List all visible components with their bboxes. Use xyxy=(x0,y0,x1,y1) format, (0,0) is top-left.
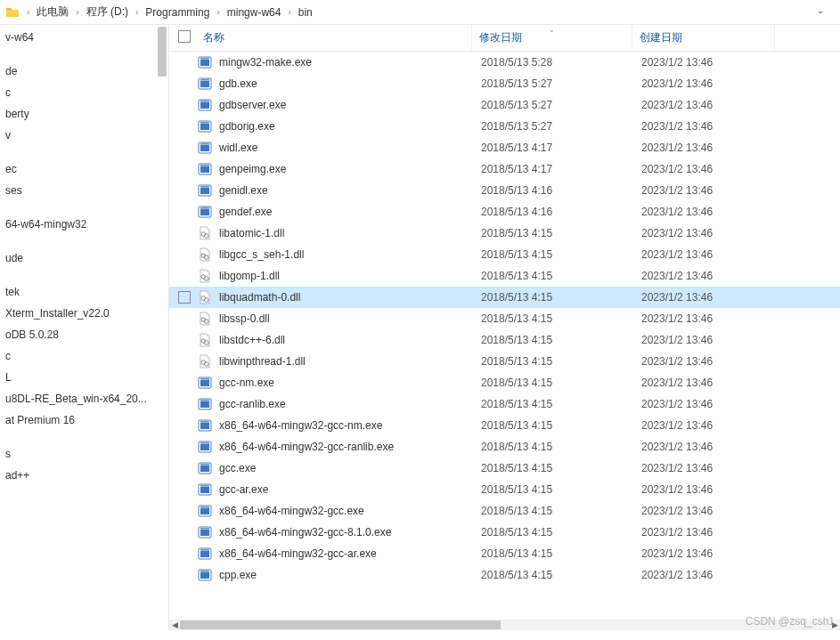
file-name: libstdc++-6.dll xyxy=(219,334,285,346)
tree-item[interactable]: s xyxy=(0,443,168,465)
file-name-cell: libquadmath-0.dll xyxy=(198,290,481,304)
file-row[interactable]: libgomp-1.dll2018/5/13 4:152023/1/2 13:4… xyxy=(169,265,840,287)
file-row[interactable]: genidl.exe2018/5/13 4:162023/1/2 13:46 xyxy=(169,180,840,201)
chevron-down-icon[interactable]: ⌄ xyxy=(817,5,824,15)
exe-file-icon xyxy=(198,397,212,411)
file-row[interactable]: gcc-ar.exe2018/5/13 4:152023/1/2 13:46 xyxy=(169,479,840,500)
tree-item[interactable]: 64-w64-mingw32 xyxy=(0,214,168,235)
file-row[interactable]: x86_64-w64-mingw32-gcc.exe2018/5/13 4:15… xyxy=(169,500,840,522)
file-name-cell: gcc.exe xyxy=(198,461,481,475)
file-row[interactable]: gcc-ranlib.exe2018/5/13 4:152023/1/2 13:… xyxy=(169,393,840,415)
file-name: cpp.exe xyxy=(219,569,257,581)
tree-item[interactable]: v xyxy=(0,125,168,146)
tree-item[interactable]: oDB 5.0.28 xyxy=(0,324,168,345)
dll-file-icon xyxy=(198,226,212,240)
svg-rect-23 xyxy=(200,207,209,208)
tree-item[interactable]: c xyxy=(0,82,168,103)
tree-item[interactable]: u8DL-RE_Beta_win-x64_20... xyxy=(0,388,168,409)
scrollbar-thumb[interactable] xyxy=(158,27,167,77)
file-row[interactable]: libatomic-1.dll2018/5/13 4:152023/1/2 13… xyxy=(169,223,840,244)
svg-rect-7 xyxy=(200,102,209,109)
file-name: x86_64-w64-mingw32-gcc.exe xyxy=(219,505,364,517)
file-row[interactable]: gdbserver.exe2018/5/13 5:272023/1/2 13:4… xyxy=(169,94,840,116)
column-header-name[interactable]: 名称 xyxy=(169,25,472,51)
exe-file-icon xyxy=(198,525,212,539)
chevron-right-icon[interactable]: › xyxy=(130,7,143,17)
file-row[interactable]: x86_64-w64-mingw32-gcc-ranlib.exe2018/5/… xyxy=(169,436,840,458)
scroll-left-icon[interactable]: ◀ xyxy=(169,620,180,630)
modified-date: 2018/5/13 4:17 xyxy=(481,142,641,154)
file-row[interactable]: genpeimg.exe2018/5/13 4:172023/1/2 13:46 xyxy=(169,158,840,180)
file-row[interactable]: libssp-0.dll2018/5/13 4:152023/1/2 13:46 xyxy=(169,308,840,329)
file-row[interactable]: gcc.exe2018/5/13 4:152023/1/2 13:46 xyxy=(169,458,840,479)
created-date: 2023/1/2 13:46 xyxy=(641,547,784,560)
horizontal-scrollbar[interactable]: ◀ ▶ xyxy=(169,620,840,630)
tree-item[interactable]: Xterm_Installer_v22.0 xyxy=(0,303,168,324)
file-row[interactable]: x86_64-w64-mingw32-gcc-8.1.0.exe2018/5/1… xyxy=(169,522,840,543)
tree-item[interactable]: ses xyxy=(0,180,168,201)
file-name: mingw32-make.exe xyxy=(219,56,312,69)
svg-rect-22 xyxy=(200,209,209,215)
breadcrumb-item[interactable]: mingw-w64 xyxy=(225,4,283,20)
file-row[interactable]: gendef.exe2018/5/13 4:162023/1/2 13:46 xyxy=(169,201,840,223)
scrollbar-thumb[interactable] xyxy=(180,620,501,629)
file-name: libwinpthread-1.dll xyxy=(219,355,306,368)
breadcrumb-item[interactable]: bin xyxy=(297,4,314,20)
tree-item[interactable]: v-w64 xyxy=(0,27,168,48)
modified-date: 2018/5/13 4:15 xyxy=(481,291,641,304)
breadcrumb-item[interactable]: 程序 (D:) xyxy=(85,3,130,21)
file-name-cell: widl.exe xyxy=(198,141,481,155)
file-name: libssp-0.dll xyxy=(219,312,270,325)
chevron-right-icon[interactable]: › xyxy=(211,7,224,17)
modified-date: 2018/5/13 4:15 xyxy=(481,398,641,410)
file-row[interactable]: mingw32-make.exe2018/5/13 5:282023/1/2 1… xyxy=(169,52,840,73)
svg-rect-48 xyxy=(200,444,209,450)
tree-item[interactable]: ad++ xyxy=(0,465,168,486)
watermark: CSDN @zsq_csh1 xyxy=(746,615,835,628)
file-row[interactable]: libwinpthread-1.dll2018/5/13 4:152023/1/… xyxy=(169,351,840,372)
svg-rect-54 xyxy=(200,487,209,493)
chevron-right-icon[interactable]: › xyxy=(70,7,84,17)
created-date: 2023/1/2 13:46 xyxy=(641,206,784,218)
created-date: 2023/1/2 13:46 xyxy=(641,505,784,517)
column-header-modified[interactable]: ⌄ 修改日期 xyxy=(472,25,632,51)
tree-item[interactable]: de xyxy=(0,61,168,82)
modified-date: 2018/5/13 4:15 xyxy=(481,312,641,325)
tree-item[interactable]: berty xyxy=(0,103,168,125)
file-row[interactable]: cpp.exe2018/5/13 4:152023/1/2 13:46 xyxy=(169,564,840,586)
tree-item[interactable]: at Premium 16 xyxy=(0,409,168,431)
tree-item[interactable]: ude xyxy=(0,247,168,269)
file-row[interactable]: widl.exe2018/5/13 4:172023/1/2 13:46 xyxy=(169,137,840,158)
tree-item[interactable]: ec xyxy=(0,158,168,180)
exe-file-icon xyxy=(198,77,212,91)
file-row[interactable]: libgcc_s_seh-1.dll2018/5/13 4:152023/1/2… xyxy=(169,244,840,265)
row-checkbox[interactable] xyxy=(178,291,191,304)
breadcrumb-item[interactable]: 此电脑 xyxy=(35,3,70,21)
file-name: gdb.exe xyxy=(219,77,257,90)
tree-item[interactable]: c xyxy=(0,345,168,367)
exe-file-icon xyxy=(198,55,212,69)
file-row[interactable]: libstdc++-6.dll2018/5/13 4:152023/1/2 13… xyxy=(169,329,840,351)
file-row[interactable]: x86_64-w64-mingw32-gcc-ar.exe2018/5/13 4… xyxy=(169,543,840,564)
scrollbar-track[interactable] xyxy=(180,620,829,630)
file-row[interactable]: gdb.exe2018/5/13 5:272023/1/2 13:46 xyxy=(169,73,840,94)
file-row[interactable]: gcc-nm.exe2018/5/13 4:152023/1/2 13:46 xyxy=(169,372,840,393)
svg-rect-46 xyxy=(200,421,209,422)
tree-item[interactable]: tek xyxy=(0,281,168,303)
svg-rect-17 xyxy=(200,165,209,166)
created-date: 2023/1/2 13:46 xyxy=(641,377,784,389)
exe-file-icon xyxy=(198,183,212,198)
svg-rect-19 xyxy=(200,188,209,194)
column-header-created[interactable]: 创建日期 xyxy=(632,25,775,51)
file-name: genpeimg.exe xyxy=(219,163,286,175)
file-row[interactable]: x86_64-w64-mingw32-gcc-nm.exe2018/5/13 4… xyxy=(169,415,840,436)
chevron-right-icon[interactable]: › xyxy=(21,7,35,17)
chevron-right-icon[interactable]: › xyxy=(282,7,296,17)
created-date: 2023/1/2 13:46 xyxy=(641,441,784,453)
breadcrumb-item[interactable]: Programming xyxy=(143,4,211,20)
file-row[interactable]: gdborig.exe2018/5/13 5:272023/1/2 13:46 xyxy=(169,116,840,137)
file-name-cell: genidl.exe xyxy=(198,183,481,198)
tree-item[interactable]: L xyxy=(0,367,168,388)
file-name-cell: x86_64-w64-mingw32-gcc-8.1.0.exe xyxy=(198,525,481,539)
file-row[interactable]: libquadmath-0.dll2018/5/13 4:152023/1/2 … xyxy=(169,287,840,308)
